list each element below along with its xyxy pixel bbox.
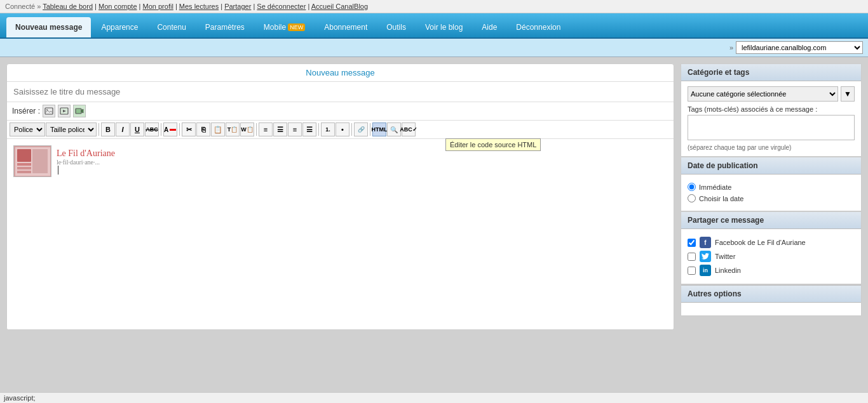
twitter-label: Twitter [715,253,735,260]
svg-rect-7 [17,167,31,169]
blog-subtitle-text: le·fil·dauri·ane·... [57,159,100,166]
cut-button[interactable]: ✂ [182,122,196,136]
link-mon-profil[interactable]: Mon profil [143,3,173,10]
blog-selector[interactable]: lefildauriane.canalblog.com [736,41,863,54]
publication-body: Immédiate Choisir la date [681,175,861,211]
title-input[interactable] [7,82,674,102]
tab-apparence[interactable]: Apparence [92,17,147,37]
copy-button[interactable]: ⎘ [196,122,210,136]
paste-text-button[interactable]: T📋 [226,122,240,136]
category-body: Aucune catégorie sélectionnée ▼ Tags (mo… [681,81,861,156]
ordered-list-button[interactable]: 1. [321,122,335,136]
unordered-list-button[interactable]: • [336,122,349,136]
link-partager[interactable]: Partager [224,3,251,10]
link-button[interactable]: 🔗 [354,122,368,136]
link-se-deconnecter[interactable]: Se déconnecter [257,3,306,10]
insert-bar: Insérer : [7,102,674,121]
tab-outils[interactable]: Outils [377,17,415,37]
sub-header: » lefildauriane.canalblog.com [0,39,868,57]
italic-button[interactable]: I [116,122,130,136]
category-section: Catégorie et tags Aucune catégorie sélec… [681,63,862,157]
underline-button[interactable]: U [130,122,144,136]
choose-date-radio-row: Choisir la date [688,194,855,202]
tab-aide[interactable]: Aide [473,17,506,37]
insert-image-icon[interactable] [43,105,55,117]
link-tableau-de-bord[interactable]: Tableau de bord [43,3,93,10]
link-mes-lectures[interactable]: Mes lectures [179,3,219,10]
connected-prefix: Connecté » [5,3,41,10]
bold-button[interactable]: B [101,122,115,136]
editor-panel: Nouveau message Insérer : [6,63,674,330]
editor-content: Le Fil d'Auriane le·fil·dauri·ane·... [13,145,667,177]
publication-section: Date de publication Immédiate Choisir la… [681,157,862,211]
twitter-icon [700,251,711,262]
category-dropdown-button[interactable]: ▼ [841,86,855,102]
choose-date-radio[interactable] [688,194,696,202]
find-replace-button[interactable]: 🔍 [387,122,401,136]
tab-nouveau-message[interactable]: Nouveau message [6,17,91,37]
tab-voir-le-blog[interactable]: Voir le blog [416,17,471,37]
share-twitter-row: Twitter [688,251,855,262]
main-content: Nouveau message Insérer : [0,57,868,336]
editor-area[interactable]: Le Fil d'Auriane le·fil·dauri·ane·... [7,139,674,329]
spellcheck-button[interactable]: ABC✓ [402,122,416,136]
twitter-checkbox[interactable] [688,253,696,261]
right-panel: Catégorie et tags Aucune catégorie sélec… [681,63,862,330]
linkedin-label: Linkedin [715,267,741,274]
top-bar: Connecté » Tableau de bord | Mon compte … [0,0,868,13]
align-left-button[interactable]: ≡ [259,122,273,136]
paste-button[interactable]: 📋 [211,122,225,136]
svg-rect-6 [17,163,31,166]
tab-mobile[interactable]: MobileNEW [255,17,314,37]
share-linkedin-row: in Linkedin [688,265,855,276]
separator-2 [161,123,161,136]
blog-title-area: Le Fil d'Auriane le·fil·dauri·ane·... [57,145,115,177]
nav-tabs: Nouveau message Apparence Contenu Paramè… [0,13,868,39]
size-selector[interactable]: Taille police [46,122,97,136]
category-select[interactable]: Aucune catégorie sélectionnée [688,86,838,102]
font-color-button[interactable]: A [163,122,177,136]
tags-label: Tags (mots-clés) associés à ce message : [688,105,855,113]
svg-rect-0 [45,108,53,114]
linkedin-checkbox[interactable] [688,267,696,275]
immediate-label: Immédiate [699,183,731,191]
facebook-checkbox[interactable] [688,239,696,247]
immediate-radio-row: Immédiate [688,183,855,191]
immediate-radio[interactable] [688,183,696,191]
tags-textarea[interactable] [688,115,855,140]
separator-3 [179,123,180,136]
sub-header-arrow: » [729,44,733,51]
font-selector[interactable]: Police [10,122,45,136]
separator-1 [98,123,99,136]
choose-date-label: Choisir la date [699,195,743,202]
tab-contenu[interactable]: Contenu [148,17,194,37]
category-select-wrapper: Aucune catégorie sélectionnée ▼ [688,86,855,102]
tab-abonnement[interactable]: Abonnement [315,17,376,37]
new-badge: NEW [288,23,305,31]
tab-parametres[interactable]: Paramètres [196,17,254,37]
svg-rect-3 [76,109,81,114]
autres-body [681,303,861,315]
publication-header: Date de publication [681,157,861,175]
separator-5 [318,123,319,136]
insert-video-icon[interactable] [73,105,86,117]
tab-deconnexion[interactable]: Déconnexion [507,17,569,37]
insert-media-icon[interactable] [58,105,71,117]
align-center-button[interactable]: ☰ [273,122,287,136]
svg-rect-5 [17,149,31,162]
text-cursor [58,166,58,175]
facebook-label: Facebook de Le Fil d'Auriane [715,239,806,246]
align-right-button[interactable]: ≡ [288,122,302,136]
align-justify-button[interactable]: ☰ [302,122,316,136]
paste-word-button[interactable]: W📋 [240,122,254,136]
editor-title-bar: Nouveau message [7,64,674,82]
linkedin-icon: in [700,265,711,276]
separator-7 [370,123,370,136]
link-accueil-canalblog[interactable]: Accueil CanalBlog [311,3,368,10]
separator-4 [256,123,257,136]
html-source-button[interactable]: HTML [372,122,386,136]
tags-hint: (séparez chaque tag par une virgule) [688,144,855,151]
link-mon-compte[interactable]: Mon compte [98,3,137,10]
strikethrough-button[interactable]: ABC [145,122,159,136]
svg-rect-8 [17,171,31,173]
